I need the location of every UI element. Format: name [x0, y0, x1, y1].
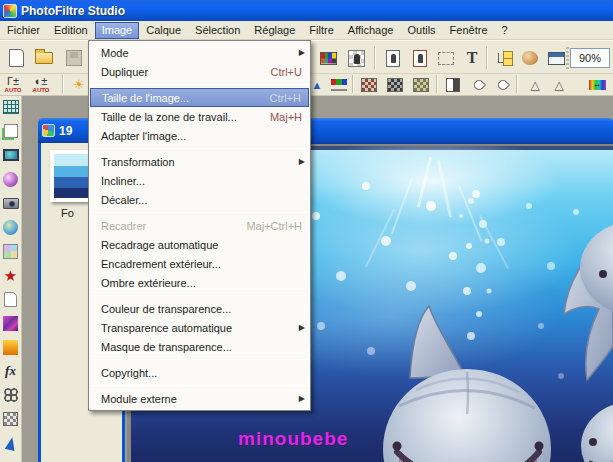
rgb-balance-icon[interactable]: [328, 75, 350, 94]
brightness-icon[interactable]: ☀: [68, 75, 90, 94]
calculator-grid-icon[interactable]: [2, 98, 20, 116]
camera-icon[interactable]: [2, 194, 20, 212]
menu-item-transformation[interactable]: Transformation ▶: [89, 152, 310, 171]
menu-separator: [91, 84, 308, 85]
gradient-icon[interactable]: [2, 338, 20, 356]
toolbar-separator: [62, 75, 63, 93]
gamma-auto-icon[interactable]: Γ± AUTO: [2, 75, 24, 94]
contrast-auto-icon[interactable]: ◐± AUTO: [30, 75, 52, 94]
blur-more-icon[interactable]: [492, 75, 514, 94]
window-view-icon[interactable]: [544, 46, 568, 70]
toolbar-separator: [436, 75, 437, 93]
paste-image-icon[interactable]: [408, 46, 432, 70]
app-icon: [3, 4, 17, 18]
photofiltre-studio-app: PhotoFiltre Studio Fichier Edition Image…: [0, 0, 613, 462]
plugin-icon[interactable]: [518, 46, 542, 70]
menubar-item-aide[interactable]: ?: [495, 22, 515, 39]
effects-fx-icon[interactable]: fx: [2, 362, 20, 380]
submenu-arrow-icon: ▶: [299, 157, 305, 166]
sphere-filter-icon[interactable]: [2, 170, 20, 188]
menu-item-decaler[interactable]: Décaler...: [89, 190, 310, 209]
color-palette-icon[interactable]: [316, 46, 340, 70]
photomask-olive-icon[interactable]: [410, 75, 432, 94]
menu-item-masque-transparence[interactable]: Masque de transparence...: [89, 337, 310, 356]
image-menu-popup: Mode ▶ Dupliquer Ctrl+U Taille de l'imag…: [88, 40, 311, 411]
menubar-item-filtre[interactable]: Filtre: [302, 22, 340, 39]
menubar-item-fenetre[interactable]: Fenêtre: [443, 22, 495, 39]
menubar-item-fichier[interactable]: Fichier: [0, 22, 47, 39]
copy-image-icon[interactable]: [381, 46, 405, 70]
image-file-icon: [42, 124, 55, 137]
text-tool-icon[interactable]: T: [460, 46, 484, 70]
export-layers-icon[interactable]: [2, 122, 20, 140]
watermark-text: minoubebe: [238, 428, 348, 450]
image-window-small-title: 19: [59, 124, 72, 138]
menu-item-mode[interactable]: Mode ▶: [89, 43, 310, 62]
menu-item-recadrer: Recadrer Maj+Ctrl+H: [89, 216, 310, 235]
toolbar-separator: [516, 75, 517, 93]
menu-separator: [91, 212, 308, 213]
page-icon[interactable]: [2, 290, 20, 308]
zoom-select[interactable]: 90%: [570, 48, 610, 68]
photomask-dark-icon[interactable]: [358, 75, 380, 94]
clover-pattern-icon[interactable]: [2, 386, 20, 404]
zoom-value: 90%: [579, 52, 601, 64]
transparency-icon[interactable]: [344, 46, 368, 70]
menu-separator: [91, 148, 308, 149]
menubar-item-outils[interactable]: Outils: [400, 22, 442, 39]
menubar-item-calque[interactable]: Calque: [139, 22, 188, 39]
screen-capture-icon[interactable]: [2, 146, 20, 164]
menubar-item-selection[interactable]: Sélection: [188, 22, 247, 39]
menubar-item-edition[interactable]: Edition: [47, 22, 95, 39]
menubar: Fichier Edition Image Calque Sélection R…: [0, 21, 613, 40]
left-toolbar: ★ fx: [0, 96, 22, 462]
menu-item-taille-zone[interactable]: Taille de la zone de travail... Maj+H: [89, 107, 310, 126]
open-file-icon[interactable]: [32, 46, 56, 70]
menu-item-adapter-image[interactable]: Adapter l'image...: [89, 126, 310, 145]
menu-separator: [91, 295, 308, 296]
blur-icon[interactable]: [468, 75, 490, 94]
submenu-arrow-icon: ▶: [299, 394, 305, 403]
toolbar-separator: [352, 75, 353, 93]
toolbar-grip: [566, 47, 569, 69]
menu-item-encadrement[interactable]: Encadrement extérieur...: [89, 254, 310, 273]
menu-item-module-externe[interactable]: Module externe ▶: [89, 389, 310, 408]
toolbar-separator: [374, 46, 375, 69]
menu-item-couleur-transparence[interactable]: Couleur de transparence...: [89, 299, 310, 318]
landscape-icon[interactable]: [2, 218, 20, 236]
menu-item-copyright[interactable]: Copyright...: [89, 363, 310, 382]
selection-tool-icon[interactable]: [434, 46, 458, 70]
variation-icon[interactable]: ↔: [586, 75, 608, 94]
mosaic-icon[interactable]: [2, 242, 20, 260]
toolbar-separator: [486, 46, 487, 69]
menu-item-ombre[interactable]: Ombre extérieure...: [89, 273, 310, 292]
photomask-gray-icon[interactable]: [384, 75, 406, 94]
menu-item-dupliquer[interactable]: Dupliquer Ctrl+U: [89, 62, 310, 81]
menu-item-transparence-auto[interactable]: Transparence automatique ▶: [89, 318, 310, 337]
window-titlebar[interactable]: PhotoFiltre Studio: [0, 0, 613, 21]
submenu-arrow-icon: ▶: [299, 48, 305, 57]
save-file-icon[interactable]: [62, 46, 86, 70]
sharpen-more-icon[interactable]: △: [548, 75, 570, 94]
texture-icon[interactable]: [2, 314, 20, 332]
contrast-mask-icon[interactable]: [442, 75, 464, 94]
submenu-arrow-icon: ▶: [299, 323, 305, 332]
pen-tool-icon[interactable]: [2, 434, 20, 452]
menubar-item-image[interactable]: Image: [95, 22, 140, 39]
menu-item-incliner[interactable]: Incliner...: [89, 171, 310, 190]
menubar-item-reglage[interactable]: Réglage: [247, 22, 302, 39]
menu-separator: [91, 359, 308, 360]
star-icon[interactable]: ★: [2, 266, 20, 284]
app-title: PhotoFiltre Studio: [21, 4, 125, 18]
sharpen-icon[interactable]: △: [524, 75, 546, 94]
layers-tree-icon[interactable]: [492, 46, 516, 70]
thumbnail-label: Fo: [61, 207, 74, 219]
checker-pattern-icon[interactable]: [2, 410, 20, 428]
menubar-item-affichage[interactable]: Affichage: [341, 22, 401, 39]
new-file-icon[interactable]: [4, 46, 28, 70]
menu-item-recadrage-auto[interactable]: Recadrage automatique: [89, 235, 310, 254]
menu-separator: [91, 385, 308, 386]
menu-item-taille-image[interactable]: Taille de l'image... Ctrl+H: [90, 88, 309, 107]
